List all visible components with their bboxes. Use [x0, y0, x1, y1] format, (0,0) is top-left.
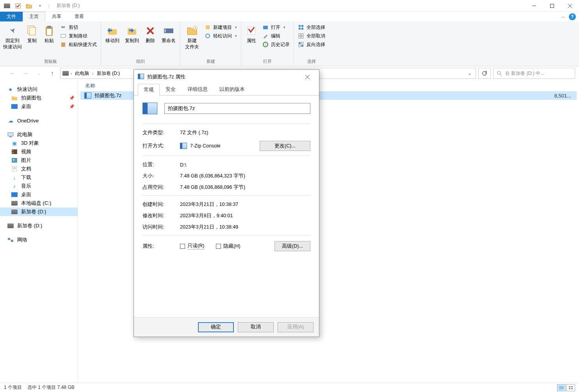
sidebar-pc-music[interactable]: ♪音乐 [0, 182, 78, 190]
chevron-right-icon[interactable]: › [71, 71, 72, 76]
addr-drive-icon [62, 70, 69, 76]
invert-icon [298, 41, 304, 48]
svg-rect-11 [61, 43, 65, 47]
svg-rect-38 [8, 133, 13, 136]
breadcrumb-drive[interactable]: 新加卷 (D:) [95, 70, 121, 77]
move-to-button[interactable]: 移动到 [103, 23, 121, 46]
search-input[interactable]: 在 新加卷 (D:) 中... [493, 68, 575, 79]
properties-button[interactable]: 属性 [244, 23, 259, 46]
delete-button[interactable]: 删除 [143, 23, 158, 46]
sidebar-pc-downloads[interactable]: ↓下载 [0, 173, 78, 182]
sidebar-qa-item-1[interactable]: 桌面 📌 [0, 102, 78, 111]
readonly-checkbox[interactable]: 只读(R) [180, 243, 204, 250]
copy-button[interactable]: 复制 [24, 23, 40, 46]
sidebar-pc-documents[interactable]: 文档 [0, 165, 78, 173]
pin-to-quick-access-button[interactable]: 固定到 快速访问 [2, 23, 23, 51]
group-label-new: 新建 [180, 58, 241, 66]
svg-rect-29 [299, 36, 301, 38]
address-dropdown-icon[interactable]: ⌄ [465, 71, 474, 76]
tab-file[interactable]: 文件 [0, 12, 23, 21]
sidebar-pc-desktop[interactable]: 桌面 [0, 190, 78, 199]
svg-rect-31 [299, 42, 301, 44]
new-item-button[interactable]: 新建项目▾ [203, 23, 239, 32]
drive-icon [7, 223, 14, 229]
close-button[interactable] [561, 0, 579, 12]
ok-button[interactable]: 确定 [198, 322, 234, 332]
dialog-close-button[interactable] [299, 71, 315, 83]
group-label-open: 打开 [241, 58, 294, 66]
invert-selection-button[interactable]: 反向选择 [296, 40, 327, 49]
new-folder-button[interactable]: ✦ 新建 文件夹 [183, 23, 201, 51]
nav-recent-dropdown[interactable]: ⌄ [34, 68, 45, 79]
ribbon: 固定到 快速访问 复制 粘贴 ✂剪切 复制路径 粘贴快捷方式 剪贴板 移动到 [0, 21, 579, 66]
tab-view[interactable]: 查看 [68, 12, 91, 21]
chevron-right-icon[interactable]: › [92, 71, 93, 76]
history-icon [262, 41, 269, 48]
sidebar-this-pc[interactable]: 此电脑 [0, 130, 78, 139]
sidebar-qa-item-0[interactable]: 拍摄图包 📌 [0, 94, 78, 102]
sidebar-pc-pictures[interactable]: 图片 [0, 156, 78, 165]
change-open-with-button[interactable]: 更改(C)... [260, 141, 310, 151]
easy-access-button[interactable]: 轻松访问▾ [203, 32, 239, 40]
drive-icon [11, 200, 18, 206]
qat-folder-icon[interactable] [25, 2, 33, 10]
help-icon[interactable]: ? [569, 13, 576, 20]
advanced-button[interactable]: 高级(D)... [274, 241, 310, 251]
svg-rect-42 [12, 153, 13, 153]
edit-button[interactable]: 编辑 [261, 32, 291, 40]
maximize-button[interactable] [543, 0, 561, 12]
dialog-tabs: 常规 安全 详细信息 以前的版本 [134, 84, 319, 96]
ribbon-group-open: 属性 打开▾ 编辑 历史记录 打开 [241, 21, 294, 66]
apply-button[interactable]: 应用(A) [278, 322, 314, 332]
value-created: 2023年3月21日，10:38:37 [180, 201, 310, 208]
sidebar-pc-videos[interactable]: 视频 [0, 147, 78, 156]
dialog-titlebar[interactable]: 拍摄图包.7z 属性 [134, 70, 319, 84]
ribbon-collapse-icon[interactable]: ︿ [561, 13, 566, 20]
select-all-button[interactable]: 全部选择 [296, 23, 327, 32]
value-file-type: 7Z 文件 (.7z) [180, 129, 310, 136]
cut-button[interactable]: ✂剪切 [59, 23, 98, 32]
sidebar-network[interactable]: 网络 [0, 236, 78, 244]
sidebar-onedrive[interactable]: ☁ OneDrive [0, 116, 78, 125]
copy-to-button[interactable]: 复制到 [123, 23, 141, 46]
label-file-type: 文件类型: [143, 129, 180, 136]
hidden-checkbox[interactable]: 隐藏(H) [216, 243, 240, 250]
label-accessed: 访问时间: [143, 224, 180, 231]
qat-checkbox-icon[interactable] [14, 2, 22, 10]
qat-dropdown-icon[interactable]: ▾ [36, 2, 44, 10]
open-button[interactable]: 打开▾ [261, 23, 291, 32]
refresh-button[interactable] [478, 68, 491, 79]
view-large-icons-button[interactable] [567, 384, 575, 391]
sidebar-pc-c-drive[interactable]: 本地磁盘 (C:) [0, 199, 78, 208]
nav-up-button[interactable]: ↑ [47, 68, 58, 79]
dialog-body: 文件类型: 7Z 文件 (.7z) 打开方式: 7-Zip Console 更改… [134, 96, 319, 317]
cancel-button[interactable]: 取消 [238, 322, 274, 332]
file-type-icon [143, 103, 157, 114]
paste-button[interactable]: 粘贴 [41, 23, 57, 46]
svg-rect-9 [47, 29, 52, 35]
sidebar-pc-3d[interactable]: ▣3D 对象 [0, 139, 78, 147]
dialog-tab-general[interactable]: 常规 [138, 84, 160, 96]
rename-button[interactable]: 重命名 [160, 23, 178, 46]
tab-home[interactable]: 主页 [23, 12, 45, 21]
paste-shortcut-button[interactable]: 粘贴快捷方式 [59, 40, 98, 49]
breadcrumb-this-pc[interactable]: 此电脑 [73, 70, 91, 77]
sidebar-pc-d-drive[interactable]: 新加卷 (D:) [0, 208, 78, 216]
dialog-tab-previous[interactable]: 以前的版本 [214, 83, 251, 95]
copy-path-button[interactable]: 复制路径 [59, 32, 98, 40]
nav-forward-button[interactable]: → [20, 68, 31, 79]
tab-share[interactable]: 共享 [45, 12, 68, 21]
nav-back-button[interactable]: ← [7, 68, 18, 79]
paste-label: 粘贴 [45, 38, 54, 44]
minimize-button[interactable] [525, 0, 543, 12]
svg-rect-28 [301, 34, 303, 35]
history-button[interactable]: 历史记录 [261, 40, 291, 49]
sidebar-d-drive-root[interactable]: 新加卷 (D:) [0, 222, 78, 230]
dialog-tab-security[interactable]: 安全 [160, 83, 182, 95]
select-none-button[interactable]: 全部取消 [296, 32, 327, 40]
dialog-tab-details[interactable]: 详细信息 [182, 83, 214, 95]
sidebar-quick-access[interactable]: ★ 快速访问 [0, 85, 78, 94]
view-details-button[interactable] [557, 384, 566, 391]
filename-input[interactable] [164, 103, 310, 114]
new-folder-icon: ✦ [186, 25, 198, 37]
